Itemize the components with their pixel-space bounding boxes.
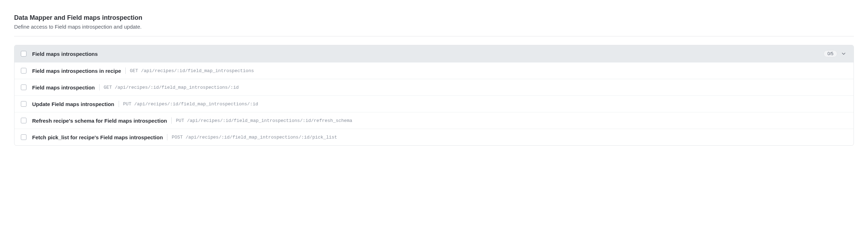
group-count-badge: 0/5 [824, 50, 837, 57]
row-checkbox[interactable] [21, 84, 26, 90]
http-method: GET [130, 68, 138, 74]
row-checkbox[interactable] [21, 134, 26, 140]
http-method: GET [104, 85, 112, 90]
pipe-divider [125, 68, 126, 74]
row-label: Refresh recipe's schema for Field maps i… [32, 118, 167, 124]
permission-row: Refresh recipe's schema for Field maps i… [14, 112, 854, 129]
permissions-panel: Field maps introspections 0/5 Field maps… [14, 45, 854, 146]
api-path: /api/recipes/:id/field_map_introspection… [141, 68, 254, 74]
row-label: Field maps introspections in recipe [32, 68, 121, 74]
permission-row: Fetch pick_list for recipe's Field maps … [14, 129, 854, 145]
pipe-divider [167, 134, 167, 140]
api-path: /api/recipes/:id/field_map_introspection… [134, 101, 258, 107]
permission-row: Field maps introspections in recipe GET … [14, 62, 854, 79]
group-checkbox[interactable] [21, 51, 26, 57]
row-checkbox[interactable] [21, 118, 26, 123]
row-label: Field maps introspection [32, 84, 95, 90]
permission-row: Field maps introspection GET /api/recipe… [14, 79, 854, 95]
divider [14, 36, 854, 36]
row-label: Fetch pick_list for recipe's Field maps … [32, 134, 163, 140]
row-checkbox[interactable] [21, 68, 26, 74]
api-path: /api/recipes/:id/field_map_introspection… [186, 135, 337, 140]
section-title: Data Mapper and Field maps introspection [14, 14, 854, 22]
group-label: Field maps introspections [32, 51, 824, 57]
http-method: POST [172, 135, 183, 140]
http-method: PUT [176, 118, 184, 123]
pipe-divider [99, 84, 100, 90]
api-path: /api/recipes/:id/field_map_introspection… [187, 118, 352, 123]
row-label: Update Field maps introspection [32, 101, 114, 107]
section-subtitle: Define access to Field maps introspectio… [14, 24, 854, 30]
pipe-divider [171, 117, 172, 124]
pipe-divider [119, 101, 119, 107]
row-checkbox[interactable] [21, 101, 26, 107]
chevron-down-icon[interactable] [840, 50, 847, 57]
http-method: PUT [123, 101, 131, 107]
api-path: /api/recipes/:id/field_map_introspection… [115, 85, 239, 90]
group-header[interactable]: Field maps introspections 0/5 [14, 45, 854, 62]
permission-row: Update Field maps introspection PUT /api… [14, 95, 854, 112]
